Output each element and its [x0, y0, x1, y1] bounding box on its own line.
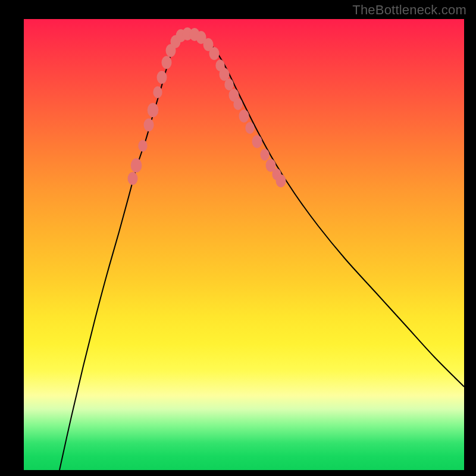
highlight-dot: [209, 47, 220, 60]
highlight-dot: [233, 98, 242, 110]
highlight-dot: [148, 103, 159, 117]
highlight-dot: [276, 174, 286, 187]
highlight-dot: [162, 56, 172, 69]
highlight-dot: [128, 172, 138, 185]
highlight-dot: [224, 79, 233, 90]
highlight-dot: [138, 140, 147, 152]
highlight-dot: [239, 109, 249, 123]
highlight-dot: [144, 118, 154, 131]
highlight-dot: [157, 71, 167, 84]
plot-area: [24, 19, 464, 470]
highlight-dot: [245, 122, 254, 134]
highlight-dot: [252, 135, 262, 148]
highlight-dot: [260, 149, 269, 161]
watermark-text: TheBottleneck.com: [352, 2, 466, 18]
highlight-dots: [24, 19, 464, 470]
chart-frame: TheBottleneck.com: [0, 0, 476, 476]
highlight-dot: [131, 158, 142, 173]
highlight-dot: [153, 86, 162, 98]
